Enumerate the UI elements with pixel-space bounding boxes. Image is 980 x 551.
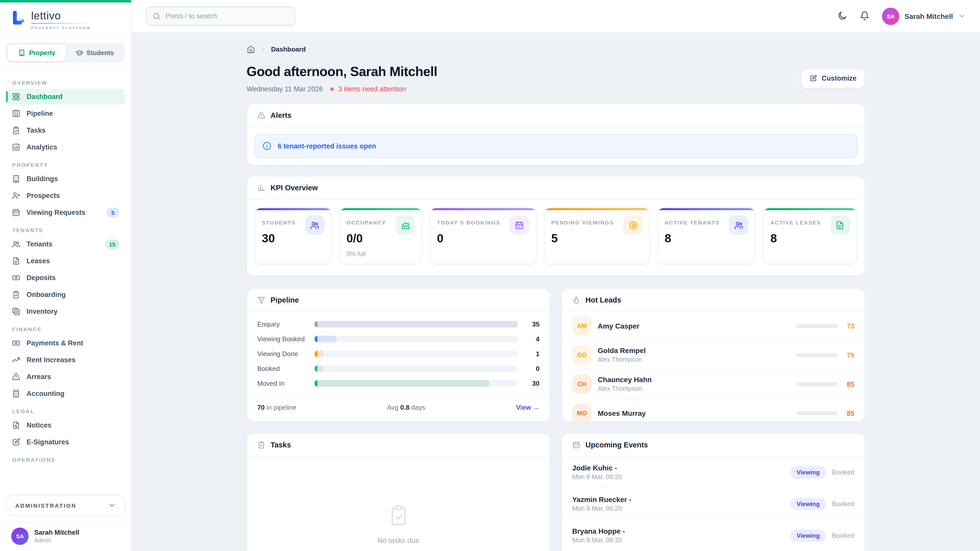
avatar: SA — [882, 7, 899, 25]
kpi-title: KPI Overview — [270, 184, 318, 192]
sidebar-item-tenants[interactable]: Tenants 15 — [6, 236, 125, 252]
sidebar-item-arrears[interactable]: Arrears — [6, 369, 125, 385]
lead-score: 85 — [844, 380, 854, 388]
event-row[interactable]: Bryana Hoppe -Mon 9 Mar, 08:20 Viewing B… — [562, 520, 865, 551]
building-icon — [12, 175, 21, 183]
pipeline-stage-viewing-done: Viewing Done 1 — [257, 346, 539, 361]
bar-chart-icon — [257, 184, 266, 192]
kpi-tile-students[interactable]: STUDENTS 30 — [255, 208, 332, 264]
administration-dropdown[interactable]: ADMINISTRATION — [6, 495, 125, 516]
lead-initials: AM — [572, 316, 592, 336]
sidebar-item-label: Rent Increases — [27, 356, 76, 364]
event-row[interactable]: Yazmin Ruecker -Mon 9 Mar, 08:20 Viewing… — [562, 488, 865, 520]
topbar: SA Sarah Mitchell — [132, 0, 980, 33]
sidebar-item-label: Onboarding — [27, 291, 65, 299]
avatar: SA — [11, 527, 29, 545]
sidebar-item-leases[interactable]: Leases — [6, 253, 125, 269]
lead-row[interactable]: AM Amy Casper 73 — [562, 312, 865, 341]
alerts-title: Alerts — [270, 111, 291, 119]
stage-value: 30 — [518, 380, 539, 387]
event-type-badge: Viewing — [791, 466, 826, 478]
logo-block[interactable]: lettivo PROPERTY PLATFORM — [0, 3, 131, 36]
user-menu[interactable]: SA Sarah Mitchell — [882, 7, 966, 25]
file-search-icon — [12, 421, 21, 430]
sidebar-item-prospects[interactable]: Prospects — [6, 188, 125, 203]
event-row[interactable]: Jodie Kuhic -Mon 9 Mar, 08:20 Viewing Bo… — [562, 457, 865, 488]
pipeline-card: Pipeline Enquiry 35 Viewing Booked — [247, 288, 550, 422]
event-type-badge: Viewing — [791, 498, 826, 510]
home-icon[interactable] — [247, 45, 255, 54]
alert-banner[interactable]: 6 tenant-reported issues open — [254, 134, 858, 158]
stage-bar-tip — [314, 365, 318, 372]
kpi-accent — [255, 208, 331, 210]
nav-section-finance: FINANCE — [6, 321, 125, 335]
lead-row[interactable]: GO Golda RempelAlex Thompson 79 — [562, 341, 865, 370]
notifications-bell-icon[interactable] — [859, 11, 871, 22]
dark-mode-toggle[interactable] — [837, 11, 848, 22]
kpi-tile-active-leases[interactable]: ACTIVE LEASES 8 — [763, 208, 857, 264]
sidebar-item-buildings[interactable]: Buildings — [6, 171, 125, 187]
lead-name: Amy Casper — [598, 321, 639, 331]
stage-label: Moved In — [257, 380, 314, 387]
event-time: Mon 9 Mar, 08:20 — [572, 473, 622, 481]
graduation-cap-icon — [75, 49, 83, 57]
clipboard-check-icon — [12, 126, 21, 135]
sidebar-item-label: Accounting — [27, 390, 65, 397]
customize-button[interactable]: Customize — [800, 68, 865, 88]
breadcrumb-current: Dashboard — [271, 45, 306, 53]
pipeline-view-link[interactable]: View → — [516, 403, 539, 411]
toggle-students[interactable]: Students — [65, 44, 124, 61]
bar-chart-icon — [12, 143, 21, 151]
copy-icon — [12, 307, 21, 316]
search-input[interactable] — [165, 12, 288, 20]
lead-row[interactable]: CH Chauncey HahnAlex Thompson 85 — [562, 370, 865, 399]
event-name: Yazmin Ruecker - — [572, 495, 632, 504]
sidebar-item-inventory[interactable]: Inventory — [6, 303, 125, 319]
kpi-label: ACTIVE LEASES — [770, 215, 821, 225]
lead-row[interactable]: MO Moses Murray 85 — [562, 399, 865, 422]
alert-triangle-icon — [257, 111, 266, 119]
sidebar-item-pipeline[interactable]: Pipeline — [6, 106, 125, 121]
search-input-wrap[interactable] — [146, 6, 295, 25]
kpi-tile-occupancy[interactable]: OCCUPANCY 0/0 0% full — [339, 208, 422, 264]
administration-label: ADMINISTRATION — [15, 502, 76, 508]
stage-bar — [314, 321, 518, 327]
sidebar-item-esignatures[interactable]: E-Signatures — [6, 434, 125, 450]
sidebar-item-rent-increases[interactable]: Rent Increases — [6, 352, 125, 368]
sidebar-item-label: Analytics — [27, 143, 57, 151]
clipboard-check-icon — [387, 503, 410, 527]
file-text-icon — [12, 257, 21, 265]
sidebar-item-label: Prospects — [27, 192, 60, 200]
stage-label: Enquiry — [257, 321, 314, 328]
brand-logo-icon — [11, 10, 25, 27]
sidebar-item-notices[interactable]: Notices — [6, 417, 125, 433]
content: Dashboard Good afternoon, Sarah Mitchell… — [132, 33, 980, 551]
kpi-tile-pending-viewings[interactable]: PENDING VIEWINGS 5 — [544, 208, 650, 264]
kpi-accent — [545, 208, 649, 210]
sidebar-item-analytics[interactable]: Analytics — [6, 139, 125, 155]
sidebar-item-payments-rent[interactable]: Payments & Rent — [6, 335, 125, 351]
lead-name: Chauncey Hahn — [598, 375, 652, 385]
kpi-value: 5 — [551, 232, 643, 245]
nav-section-overview: OVERVIEW — [6, 74, 125, 89]
sidebar-item-onboarding[interactable]: Onboarding — [6, 287, 125, 303]
pipeline-stage-moved-in: Moved In 30 — [257, 376, 539, 391]
stage-bar-tip — [314, 351, 318, 357]
kpi-tile-active-tenants[interactable]: ACTIVE TENANTS 8 — [657, 208, 756, 264]
kpi-tile-todays-bookings[interactable]: TODAY'S BOOKINGS 0 — [430, 208, 536, 264]
sidebar-user[interactable]: SA Sarah Mitchell Admin — [0, 522, 131, 551]
viewport: lettivo PROPERTY PLATFORM Property — [0, 0, 980, 551]
sidebar-item-accounting[interactable]: Accounting — [6, 386, 125, 402]
sidebar-item-deposits[interactable]: Deposits — [6, 270, 125, 286]
user-plus-icon — [12, 191, 21, 200]
lead-agent: Alex Thompson — [598, 356, 646, 364]
kpi-value: 8 — [665, 232, 749, 245]
sidebar-item-viewing-requests[interactable]: Viewing Requests 5 — [6, 205, 125, 221]
toggle-property[interactable]: Property — [8, 44, 65, 61]
stage-bar-tip — [314, 336, 318, 342]
sidebar-bottom: ADMINISTRATION SA Sarah Mitchell Admin — [0, 490, 131, 551]
building-icon — [18, 49, 25, 57]
lead-score: 85 — [844, 410, 854, 417]
sidebar-item-dashboard[interactable]: Dashboard — [6, 89, 125, 105]
sidebar-item-tasks[interactable]: Tasks — [6, 122, 125, 138]
